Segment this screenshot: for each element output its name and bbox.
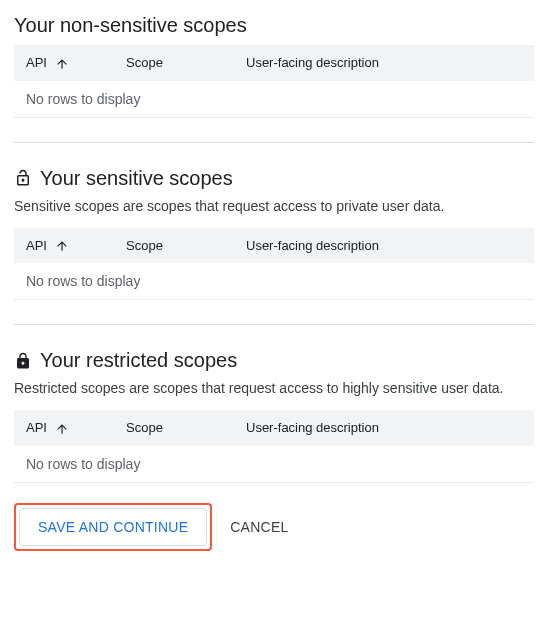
- column-header-description[interactable]: User-facing description: [234, 45, 534, 81]
- sensitive-scopes-section: Your sensitive scopes Sensitive scopes a…: [14, 167, 534, 301]
- column-header-scope[interactable]: Scope: [114, 410, 234, 446]
- restricted-scopes-title: Your restricted scopes: [40, 349, 237, 372]
- section-divider: [14, 324, 534, 325]
- non-sensitive-scopes-section: Your non-sensitive scopes API Scope User…: [14, 14, 534, 118]
- sensitive-scopes-table: API Scope User-facing description No row…: [14, 228, 534, 301]
- cancel-button[interactable]: Cancel: [230, 519, 288, 535]
- column-header-api-label: API: [26, 238, 47, 253]
- column-header-api[interactable]: API: [14, 410, 114, 446]
- restricted-scopes-section: Your restricted scopes Restricted scopes…: [14, 349, 534, 483]
- empty-row: No rows to display: [14, 263, 534, 300]
- column-header-api[interactable]: API: [14, 45, 114, 81]
- empty-row: No rows to display: [14, 446, 534, 483]
- empty-message: No rows to display: [14, 263, 534, 300]
- empty-message: No rows to display: [14, 81, 534, 118]
- arrow-upward-icon: [55, 239, 69, 253]
- sensitive-scopes-title: Your sensitive scopes: [40, 167, 233, 190]
- non-sensitive-scopes-title: Your non-sensitive scopes: [14, 14, 247, 37]
- column-header-api-label: API: [26, 420, 47, 435]
- action-buttons: Save and Continue Cancel: [14, 503, 534, 551]
- arrow-upward-icon: [55, 57, 69, 71]
- sensitive-scopes-description: Sensitive scopes are scopes that request…: [14, 198, 534, 214]
- empty-row: No rows to display: [14, 81, 534, 118]
- section-divider: [14, 142, 534, 143]
- restricted-scopes-table: API Scope User-facing description No row…: [14, 410, 534, 483]
- empty-message: No rows to display: [14, 446, 534, 483]
- arrow-upward-icon: [55, 422, 69, 436]
- non-sensitive-scopes-table: API Scope User-facing description No row…: [14, 45, 534, 118]
- column-header-scope[interactable]: Scope: [114, 45, 234, 81]
- lock-closed-icon: [14, 352, 32, 370]
- save-and-continue-button[interactable]: Save and Continue: [19, 508, 207, 546]
- lock-open-icon: [14, 169, 32, 187]
- column-header-api-label: API: [26, 55, 47, 70]
- save-button-highlight: Save and Continue: [14, 503, 212, 551]
- column-header-description[interactable]: User-facing description: [234, 228, 534, 264]
- column-header-description[interactable]: User-facing description: [234, 410, 534, 446]
- column-header-api[interactable]: API: [14, 228, 114, 264]
- restricted-scopes-description: Restricted scopes are scopes that reques…: [14, 380, 534, 396]
- column-header-scope[interactable]: Scope: [114, 228, 234, 264]
